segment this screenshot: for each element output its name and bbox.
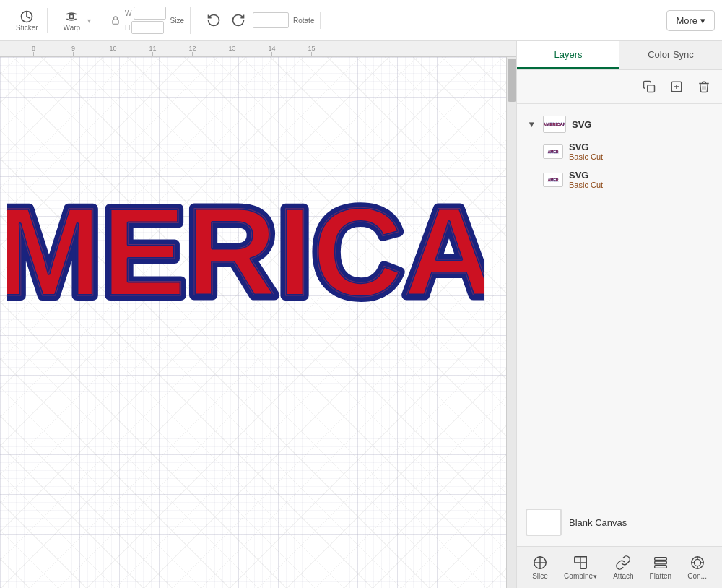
add-layer-button[interactable] — [666, 76, 687, 98]
svg-rect-3 — [648, 85, 655, 92]
w-label: W — [125, 9, 131, 17]
ruler-mark-11: 11 — [133, 45, 173, 56]
tab-color-sync-label: Color Sync — [648, 49, 694, 60]
rotate-cw-icon — [231, 13, 245, 27]
contour-button[interactable]: Con... — [683, 552, 711, 583]
attach-label: Attach — [613, 572, 633, 580]
blank-canvas-thumb — [526, 509, 562, 536]
canvas-content[interactable]: AMERICAN AMERICAN AMERICAN — [0, 57, 516, 588]
layer-2-thumb: AMER — [543, 173, 563, 187]
blank-canvas-item[interactable]: Blank Canvas — [526, 506, 713, 539]
combine-button[interactable]: Combine ▾ — [560, 552, 601, 583]
layer-group-1: ▾ AMERICAN SVG AMER SVG Basic Cut — [517, 111, 722, 194]
panel-toolbar — [517, 70, 722, 104]
bottom-toolbar: Slice Combine ▾ Attach — [517, 546, 722, 588]
svg-rect-11 — [655, 561, 667, 564]
sticker-section: Sticker — [7, 8, 48, 33]
rotate-section: Rotate — [198, 12, 321, 29]
width-input[interactable] — [134, 7, 166, 20]
combine-label-wrap: Combine ▾ — [564, 572, 597, 580]
flatten-label: Flatten — [650, 572, 672, 580]
layer-1-sub: Basic Cut — [569, 152, 603, 161]
duplicate-layer-button[interactable] — [638, 76, 660, 98]
vertical-scrollbar[interactable] — [506, 57, 516, 588]
ruler-horizontal: 8 9 10 11 12 13 14 15 — [0, 41, 516, 57]
layer-1-thumb: AMER — [543, 144, 563, 159]
contour-icon — [690, 555, 705, 571]
ruler-marks: 8 9 10 11 12 13 14 15 — [14, 45, 331, 56]
size-section: W H Size — [105, 7, 191, 34]
ruler-mark-9: 9 — [53, 45, 93, 56]
width-row: W — [125, 7, 165, 20]
add-layer-icon — [670, 80, 683, 93]
more-arrow: ▾ — [700, 15, 705, 26]
layer-item-1[interactable]: AMER SVG Basic Cut — [517, 137, 722, 165]
canvas-area: 8 9 10 11 12 13 14 15 AMERICAN AMERICAN — [0, 41, 516, 588]
warp-icon — [64, 9, 79, 24]
ruler-mark-14: 14 — [252, 45, 292, 56]
layer-group-info: SVG — [572, 119, 591, 130]
sticker-button[interactable]: Sticker — [13, 8, 41, 33]
combine-label: Combine — [564, 572, 593, 580]
layer-1-info: SVG Basic Cut — [569, 142, 603, 161]
main-toolbar: Sticker Warp ▾ W H S — [0, 0, 722, 41]
main-area: 8 9 10 11 12 13 14 15 AMERICAN AMERICAN — [0, 41, 722, 588]
size-label: Size — [170, 17, 184, 25]
more-label: More — [676, 15, 697, 26]
layer-item-2[interactable]: AMER SVG Basic Cut — [517, 165, 722, 194]
height-input[interactable] — [131, 21, 164, 34]
warp-label: Warp — [64, 24, 81, 32]
h-label: H — [125, 24, 130, 32]
sticker-icon — [19, 9, 34, 24]
chevron-down-icon: ▾ — [526, 118, 537, 130]
svg-rect-10 — [655, 558, 667, 561]
rotate-label: Rotate — [293, 17, 314, 25]
lock-icon — [110, 15, 121, 25]
rotate-ccw-icon — [206, 13, 221, 27]
lock-icon-area — [110, 15, 121, 25]
ruler-mark-15: 15 — [292, 45, 331, 56]
svg-rect-1 — [70, 14, 74, 18]
slice-button[interactable]: Slice — [528, 552, 552, 583]
combine-icon — [573, 555, 588, 571]
more-button[interactable]: More ▾ — [666, 10, 715, 31]
height-row: H — [125, 21, 165, 34]
sticker-label: Sticker — [16, 24, 38, 32]
layer-2-sub: Basic Cut — [569, 181, 603, 189]
attach-button[interactable]: Attach — [609, 552, 638, 583]
ruler-mark-10: 10 — [93, 45, 133, 56]
layer-group-header[interactable]: ▾ AMERICAN SVG — [517, 111, 722, 137]
duplicate-icon — [643, 80, 656, 93]
slice-label: Slice — [532, 572, 548, 580]
layer-2-info: SVG Basic Cut — [569, 170, 603, 189]
slice-icon — [532, 555, 548, 571]
svg-point-14 — [694, 559, 700, 566]
tab-layers-label: Layers — [554, 49, 582, 60]
warp-chevron: ▾ — [87, 17, 91, 25]
delete-layer-button[interactable] — [693, 76, 715, 98]
ruler-mark-13: 13 — [212, 45, 252, 56]
rotate-input[interactable] — [253, 12, 289, 28]
svg-rect-8 — [575, 557, 580, 563]
warp-section: Warp ▾ — [55, 8, 98, 33]
flatten-button[interactable]: Flatten — [645, 552, 677, 583]
size-inputs: W H — [125, 7, 165, 34]
grid-background — [0, 57, 516, 588]
scrollbar-thumb[interactable] — [508, 59, 516, 102]
rotate-cw-button[interactable] — [228, 12, 248, 29]
warp-button[interactable]: Warp — [61, 8, 84, 33]
rotate-ccw-button[interactable] — [204, 12, 224, 29]
svg-rect-2 — [113, 20, 118, 24]
contour-label: Con... — [687, 572, 707, 580]
layer-2-name: SVG — [569, 170, 603, 181]
tab-layers[interactable]: Layers — [517, 41, 619, 69]
blank-canvas-section: Blank Canvas — [517, 498, 722, 546]
panel-tabs: Layers Color Sync — [517, 41, 722, 70]
svg-rect-12 — [655, 566, 667, 568]
layers-list: ▾ AMERICAN SVG AMER SVG Basic Cut — [517, 104, 722, 498]
tab-color-sync[interactable]: Color Sync — [619, 41, 722, 69]
layer-group-thumb: AMERICAN — [543, 116, 566, 133]
blank-canvas-label: Blank Canvas — [569, 517, 627, 528]
attach-icon — [615, 555, 631, 571]
right-panel: Layers Color Sync — [516, 41, 722, 588]
